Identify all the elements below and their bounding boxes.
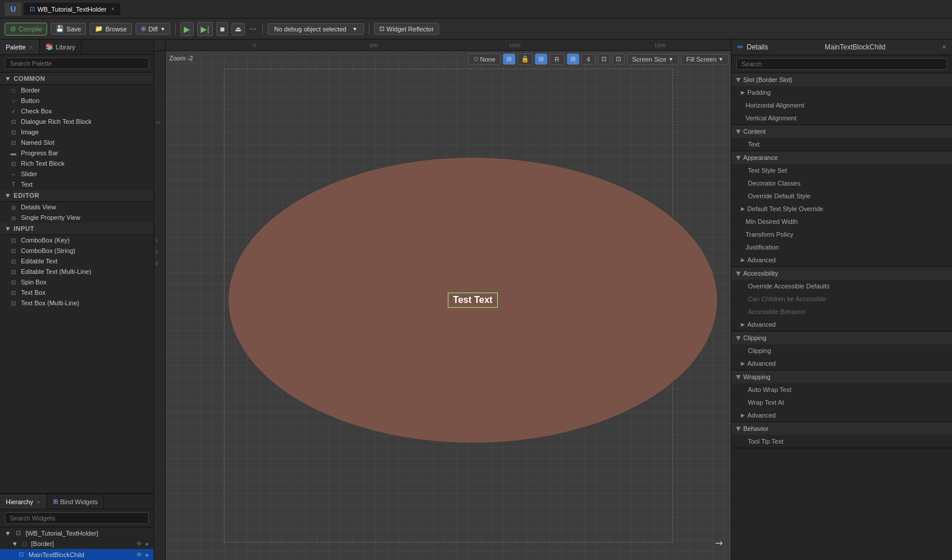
hierarchy-search-bar (0, 509, 154, 527)
canvas-viewport[interactable]: Zoom -2 ⊙ None ⊞ 🔒 ⊞ (166, 51, 731, 560)
details-search-input[interactable] (736, 58, 947, 70)
slot-section-label: Slot (Border Slot) (743, 76, 792, 83)
align-btn-3[interactable]: ⊞ (535, 53, 547, 65)
more-button[interactable]: ⋯ (248, 25, 258, 33)
test-text-element[interactable]: Test Text (448, 293, 498, 308)
slot-section-header[interactable]: ▶ Slot (Border Slot) (732, 73, 952, 86)
widget-reflector-button[interactable]: ⊡ Widget Reflector (374, 23, 439, 35)
section-appearance: ▶ Appearance Text Style Set Decorator Cl… (732, 151, 952, 267)
diff-button[interactable]: ⊕ Diff ▼ (136, 23, 170, 35)
library-tab[interactable]: 📚 Library (40, 40, 82, 54)
hierarchy-textblock-item[interactable]: ⊡ MainTextBlockChild 👁 ● (0, 549, 154, 560)
accessibility-section-header[interactable]: ▶ Accessibility (732, 267, 952, 280)
palette-editor-header[interactable]: ▼ EDITOR (0, 190, 154, 202)
view-btn-2[interactable]: ⊡ (598, 53, 610, 65)
eject-button[interactable]: ⏏ (231, 23, 245, 35)
hierarchy-panel: Hierarchy × ⊞ Bind Widgets ▼ ⊡ [WB_Tutor… (0, 493, 154, 560)
hierarchy-tab-close[interactable]: × (37, 498, 40, 505)
palette-item-details-view[interactable]: ◎ Details View (0, 202, 154, 212)
palette-item-combobox-key[interactable]: ⊡ ComboBox (Key) (0, 235, 154, 245)
four-button[interactable]: 4 (582, 54, 596, 65)
hierarchy-tab[interactable]: Hierarchy × (0, 494, 47, 509)
step-button[interactable]: ▶| (197, 22, 213, 36)
clipping-section-header[interactable]: ▶ Clipping (732, 331, 952, 344)
palette-search-bar (0, 55, 154, 73)
palette-common-header[interactable]: ▼ COMMON (0, 73, 154, 85)
screen-size-button[interactable]: Screen Size ▼ (627, 54, 679, 65)
palette-item-text[interactable]: T Text (0, 179, 154, 190)
appearance-section-header[interactable]: ▶ Appearance (732, 151, 952, 164)
behavior-section-header[interactable]: ▶ Behavior (732, 422, 952, 435)
palette-tab-close[interactable]: × (29, 44, 33, 51)
browse-button[interactable]: 📁 Browse (90, 23, 132, 35)
button-icon: ○ (9, 98, 17, 104)
clipping-advanced-label: Advanced (747, 360, 946, 367)
palette-search-input[interactable] (5, 58, 149, 69)
canvas-top-ruler-row: 0 500 1000 1500 2000 (154, 40, 731, 51)
details-title: ✏ Details (737, 43, 768, 51)
wrapping-section-header[interactable]: ▶ Wrapping (732, 370, 952, 383)
palette-item-dialogue[interactable]: ⊡ Dialogue Rich Text Block (0, 116, 154, 127)
palette-input-header[interactable]: ▼ INPUT (0, 223, 154, 235)
details-widget-name: MainTextBlockChild (768, 43, 942, 51)
file-tab-close[interactable]: × (111, 6, 115, 12)
clipping-advanced-row: ▶ Advanced (732, 357, 952, 370)
palette-item-checkbox[interactable]: ✓ Check Box (0, 106, 154, 116)
view-btn-1[interactable]: ⊞ (567, 53, 579, 65)
appearance-advanced-label: Advanced (747, 256, 946, 263)
palette-item-button[interactable]: ○ Button (0, 95, 154, 106)
palette-item-editable-text[interactable]: ⊡ Editable Text (0, 256, 154, 266)
textblock-eye-icon[interactable]: 👁 (136, 551, 142, 558)
palette-item-spin-box[interactable]: ⊡ Spin Box (0, 277, 154, 287)
r-label: R (555, 56, 559, 63)
play-button[interactable]: ▶ (180, 22, 194, 36)
palette-item-editable-text-multi[interactable]: ⊡ Editable Text (Multi-Line) (0, 266, 154, 277)
text-icon: T (9, 181, 17, 188)
palette-item-slider[interactable]: ↔ Slider (0, 169, 154, 179)
input-label: INPUT (13, 225, 34, 232)
align-btn-2[interactable]: 🔒 (518, 53, 533, 65)
palette-item-progress-bar[interactable]: ▬ Progress Bar (0, 148, 154, 158)
bind-widgets-icon: ⊞ (53, 498, 58, 505)
palette-item-text-box-multi[interactable]: ⊡ Text Box (Multi-Line) (0, 298, 154, 308)
view-btn-3[interactable]: ⊡ (612, 53, 625, 65)
textblock-lock-icon[interactable]: ● (145, 551, 149, 558)
hierarchy-search-input[interactable] (5, 512, 149, 524)
content-section-header[interactable]: ▶ Content (732, 125, 952, 138)
content-section-label: Content (743, 128, 766, 135)
compile-button[interactable]: ⚙ Compile (5, 23, 47, 35)
palette-item-named-slot[interactable]: ⊡ Named Slot (0, 137, 154, 148)
override-default-style-row: Override Default Style (732, 190, 952, 202)
palette-item-combobox-str[interactable]: ⊡ ComboBox (String) (0, 245, 154, 256)
stop-button[interactable]: ■ (216, 22, 228, 36)
save-button[interactable]: 💾 Save (51, 23, 86, 35)
wrap-text-at-row: Wrap Text At (732, 396, 952, 409)
tool-tip-row: Tool Tip Text (732, 435, 952, 448)
resize-handle[interactable]: ↗ (712, 536, 726, 550)
details-close-button[interactable]: × (942, 43, 946, 51)
palette-item-text-box[interactable]: ⊡ Text Box (0, 287, 154, 298)
editable-text-label: Editable Text (21, 258, 58, 265)
compile-icon: ⚙ (10, 25, 16, 33)
file-tab[interactable]: ⊡ WB_Tutorial_TextHolder × (24, 3, 120, 15)
palette-tab[interactable]: Palette × (0, 40, 40, 54)
accessibility-advanced-arrow: ▶ (741, 322, 745, 327)
tab-bar: U ⊡ WB_Tutorial_TextHolder × (0, 0, 952, 19)
border-lock-icon[interactable]: ● (145, 540, 149, 547)
debug-selector[interactable]: No debug object selected ▼ (268, 23, 363, 35)
palette-item-border[interactable]: □ Border (0, 85, 154, 95)
palette-item-rich-text[interactable]: ⊡ Rich Text Block (0, 158, 154, 169)
r-button[interactable]: R (550, 54, 565, 65)
hierarchy-border-item[interactable]: ▼ □ [Border] 👁 ● (0, 538, 154, 549)
palette-item-single-property[interactable]: ◎ Single Property View (0, 212, 154, 223)
default-text-style-label: Default Text Style Override (747, 205, 946, 212)
align-btn-1[interactable]: ⊞ (503, 53, 515, 65)
fill-screen-button[interactable]: Fill Screen ▼ (681, 54, 729, 65)
align-icon-1: ⊞ (507, 55, 512, 63)
none-button[interactable]: ⊙ None (468, 53, 501, 65)
border-eye-icon[interactable]: 👁 (136, 540, 142, 547)
palette-item-image[interactable]: ⊡ Image (0, 127, 154, 137)
progress-bar-label: Progress Bar (21, 149, 58, 156)
bind-widgets-tab[interactable]: ⊞ Bind Widgets (47, 494, 105, 509)
hierarchy-root-item[interactable]: ▼ ⊡ [WB_Tutorial_TextHolder] (0, 527, 154, 538)
